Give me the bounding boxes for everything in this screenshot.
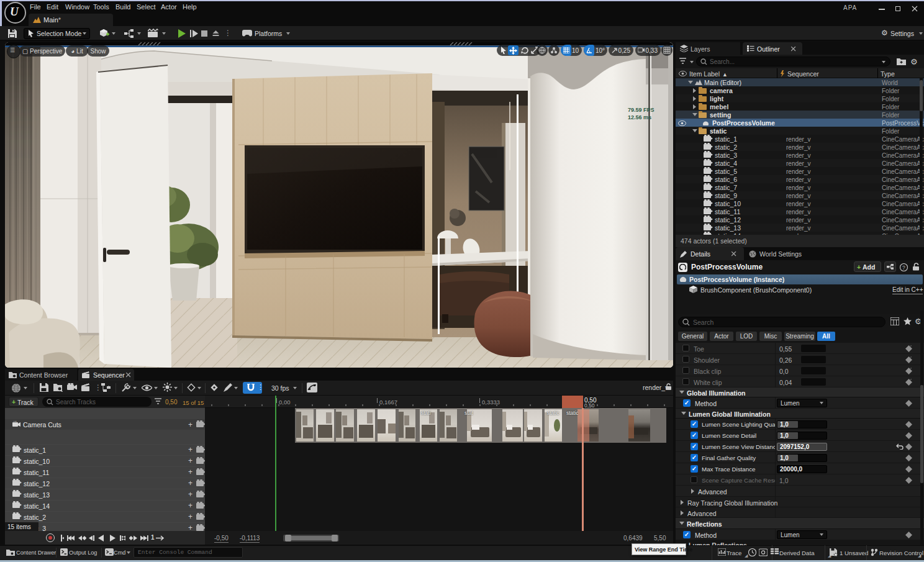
svg-text:12.56 ms: 12.56 ms: [628, 114, 651, 120]
svg-text:?: ?: [902, 265, 905, 271]
svg-text:CA: CA: [13, 421, 17, 422]
svg-text:79.59 FPS: 79.59 FPS: [628, 107, 654, 113]
